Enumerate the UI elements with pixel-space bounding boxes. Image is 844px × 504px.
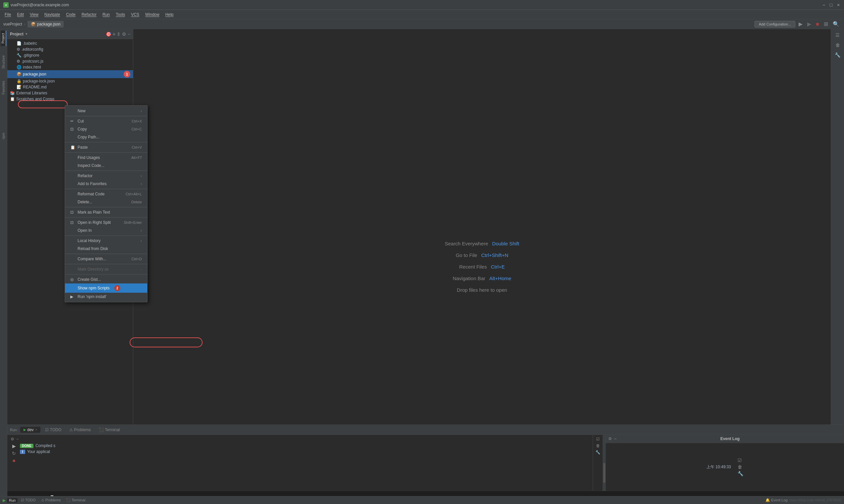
status-run-tab[interactable]: Run: [7, 498, 18, 503]
ctx-refactor[interactable]: Refactor ›: [65, 172, 147, 180]
tab-todo[interactable]: ☑ TODO: [42, 427, 65, 433]
panel-dropdown-icon[interactable]: ▾: [25, 32, 28, 36]
tree-item-indexhtml[interactable]: 🌐 index.html: [7, 64, 133, 70]
event-log-link[interactable]: 🔔 Event Log: [765, 498, 788, 502]
ctx-cut[interactable]: ✂ Cut Ctrl+X: [65, 117, 147, 125]
scrollbar-thumb[interactable]: [603, 463, 605, 483]
debug-button[interactable]: ▶: [806, 21, 812, 27]
ctx-create-gist[interactable]: ◎ Create Gist...: [65, 275, 147, 284]
tree-item-packagelockjson[interactable]: 🔒 package-lock.json: [7, 78, 133, 84]
minimize-button[interactable]: −: [822, 3, 826, 7]
project-breadcrumb[interactable]: vueProject: [3, 22, 22, 26]
ctx-mark-directory: Mark Directory as ›: [65, 265, 147, 273]
event-log-collapse-icon[interactable]: −: [614, 436, 617, 442]
status-terminal-tab[interactable]: ⬛ Terminal: [64, 498, 87, 503]
run-play-icon[interactable]: ▶: [12, 444, 16, 449]
sidebar-label-npm[interactable]: npm: [1, 130, 6, 142]
add-configuration-button[interactable]: Add Configuration...: [755, 21, 795, 28]
menu-view[interactable]: View: [27, 11, 41, 18]
menu-code[interactable]: Code: [63, 11, 78, 18]
local-history-arrow-icon: ›: [141, 239, 142, 243]
ctx-refactor-label: Refactor: [77, 174, 92, 178]
event-checkbox-1[interactable]: ☑: [738, 457, 743, 463]
ctx-reload-disk[interactable]: Reload from Disk: [65, 245, 147, 253]
run-right-icon-3[interactable]: 🔧: [596, 450, 600, 455]
sidebar-label-project[interactable]: Project: [1, 31, 6, 46]
ctx-delete[interactable]: Delete... Delete: [65, 198, 147, 206]
ctx-inspect-code[interactable]: Inspect Code...: [65, 162, 147, 169]
tree-item-editorconfig[interactable]: ⚙ .editorconfig: [7, 47, 133, 52]
ctx-mark-plain-label: Mark as Plain Text: [77, 210, 110, 215]
ctx-reformat[interactable]: Reformat Code Ctrl+Alt+L: [65, 190, 147, 198]
tab-dev[interactable]: ▶ dev ×: [20, 427, 40, 433]
layout-icon[interactable]: ⊞: [823, 21, 829, 27]
right-icon-2[interactable]: 🗑: [834, 41, 841, 49]
target-icon[interactable]: 🎯: [106, 32, 111, 37]
menu-vcs[interactable]: VCS: [128, 11, 142, 18]
tab-problems[interactable]: ⚠ Problems: [66, 427, 94, 433]
maximize-button[interactable]: □: [829, 3, 833, 7]
settings-icon[interactable]: ⚙: [122, 32, 126, 37]
run-stop-icon[interactable]: ■: [13, 458, 15, 463]
ctx-compare-with[interactable]: Compare With... Ctrl+D: [65, 255, 147, 263]
close-button[interactable]: ×: [836, 3, 841, 7]
dev-tab-close[interactable]: ×: [35, 428, 37, 431]
event-log-settings-icon[interactable]: ⚙: [608, 436, 612, 441]
hint-goto-file: Go to File Ctrl+Shift+N: [456, 252, 509, 258]
ctx-mark-plain-text[interactable]: ⊡ Mark as Plain Text: [65, 208, 147, 216]
menu-edit[interactable]: Edit: [14, 11, 27, 18]
ctx-paste[interactable]: 📋 Paste Ctrl+V: [65, 143, 147, 151]
menu-tools[interactable]: Tools: [113, 11, 127, 18]
run-panel-settings-icon[interactable]: ⚙: [11, 437, 14, 442]
ctx-open-in[interactable]: Open In ›: [65, 227, 147, 234]
compare-shortcut: Ctrl+D: [132, 257, 142, 261]
ctx-open-right-split[interactable]: ⊡ Open in Right Split Shift+Enter: [65, 219, 147, 227]
ctx-show-npm-scripts[interactable]: Show npm Scripts 2: [65, 284, 147, 293]
expand-all-icon[interactable]: ≡: [113, 32, 115, 37]
menu-run[interactable]: Run: [100, 11, 113, 18]
stop-button[interactable]: ■: [814, 21, 821, 27]
hint-drop-files: Drop files here to open: [457, 287, 507, 293]
run-button[interactable]: ▶: [797, 21, 804, 27]
tree-item-external-libs[interactable]: 📚 External Libraries: [7, 90, 133, 96]
status-problems-tab[interactable]: ⚠ Problems: [39, 498, 63, 503]
file-tab-package-json[interactable]: 📦 package.json: [28, 21, 64, 28]
sidebar-label-favorites[interactable]: Favorites: [1, 78, 6, 97]
tree-item-gitignore[interactable]: 🔧 .gitignore: [7, 52, 133, 58]
menu-help[interactable]: Help: [163, 11, 176, 18]
run-reload-icon[interactable]: ↻: [12, 451, 16, 456]
status-todo-tab[interactable]: ☑ TODO: [19, 498, 37, 503]
menu-file[interactable]: File: [2, 11, 14, 18]
ctx-run-npm-install[interactable]: ▶ Run 'npm install': [65, 293, 147, 301]
ctx-new[interactable]: New ›: [65, 107, 147, 115]
tab-terminal[interactable]: ⬛ Terminal: [96, 427, 123, 433]
ctx-open-right-split-label: Open in Right Split: [77, 220, 111, 225]
run-right-icon-1[interactable]: ☑: [596, 437, 600, 442]
tree-item-readmemd[interactable]: 📝 README.md: [7, 84, 133, 90]
run-right-icon-2[interactable]: 🗑: [596, 444, 600, 448]
menu-refactor[interactable]: Refactor: [79, 11, 99, 18]
sidebar-label-structure[interactable]: Structure: [1, 53, 6, 72]
tree-item-packagejson[interactable]: 📦 package.json 1: [7, 70, 133, 78]
ctx-copy-path[interactable]: Copy Path...: [65, 133, 147, 141]
ctx-find-usages-label: Find Usages: [77, 155, 100, 160]
tree-item-postcssrc[interactable]: ⚙ .postcssrc.js: [7, 58, 133, 64]
ctx-add-favorites[interactable]: Add to Favorites ›: [65, 180, 147, 188]
minimize-panel-icon[interactable]: −: [127, 32, 130, 37]
run-panel-scrollbar[interactable]: [603, 435, 605, 491]
right-icon-3[interactable]: 🔧: [833, 51, 842, 59]
tree-item-babelrc[interactable]: 📄 .babelrc: [7, 40, 133, 47]
event-trash-icon[interactable]: 🗑: [738, 464, 743, 470]
run-panel-collapse-icon[interactable]: −: [16, 437, 19, 442]
status-run-icon[interactable]: ▶: [3, 498, 6, 503]
menu-window[interactable]: Window: [142, 11, 162, 18]
menu-navigate[interactable]: Navigate: [42, 11, 63, 18]
search-everywhere-icon[interactable]: 🔍: [831, 21, 841, 27]
ctx-copy[interactable]: ⊡ Copy Ctrl+C: [65, 125, 147, 133]
ctx-find-usages[interactable]: Find Usages Alt+F7: [65, 154, 147, 162]
tree-item-scratches[interactable]: 📋 Scratches and Conso: [7, 96, 133, 102]
event-settings-2[interactable]: 🔧: [738, 471, 743, 476]
right-icon-1[interactable]: ☰: [834, 31, 841, 39]
ctx-local-history[interactable]: Local History ›: [65, 237, 147, 245]
collapse-all-icon[interactable]: ⇕: [117, 32, 121, 37]
